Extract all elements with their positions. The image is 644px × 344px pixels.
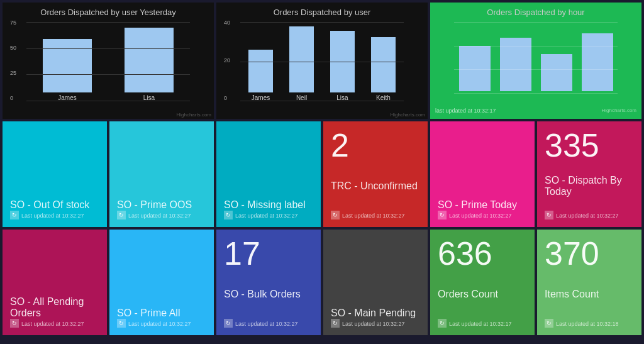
tile-so-all-pending-orders[interactable]: SO - All Pending Orders↻Last updated at … (3, 230, 107, 335)
tile-label: SO - Bulk Orders (224, 289, 313, 300)
bar (500, 38, 531, 91)
tile-number: 636 (438, 237, 527, 270)
tile-trc-unconfirmed[interactable]: 2TRC - Unconfirmed↻Last updated at 10:32… (323, 121, 428, 227)
grid-line (26, 22, 190, 23)
tile-bottom: ↻Last updated at 10:32:27 (438, 211, 527, 219)
tile-so-bulk-orders[interactable]: 17SO - Bulk Orders↻Last updated at 10:32… (216, 230, 321, 335)
bar (459, 46, 491, 91)
tile-label: Orders Count (438, 289, 527, 300)
tile-last-updated: Last updated at 10:32:17 (449, 321, 512, 327)
yaxis-label: 0 (224, 95, 230, 101)
bar (289, 26, 314, 92)
tile-bottom: ↻Last updated at 10:32:27 (10, 211, 99, 219)
yaxis-label: 50 (10, 45, 16, 51)
tile-bottom: ↻Last updated at 10:32:27 (331, 211, 420, 219)
tile-refresh-icon: ↻ (10, 211, 19, 219)
grid-line (454, 93, 618, 94)
tile-refresh-icon: ↻ (438, 211, 447, 219)
tile-last-updated: Last updated at 10:32:27 (556, 213, 619, 219)
tile-refresh-icon: ↻ (224, 211, 233, 219)
tile-bottom: ↻Last updated at 10:32:27 (117, 319, 206, 328)
chart2-yaxis: 02040 (224, 19, 230, 101)
bar (541, 54, 572, 91)
bar-wrapper (536, 54, 577, 91)
chart3-credit: Highcharts.com (601, 108, 636, 113)
tile-bottom: ↻Last updated at 10:32:18 (545, 319, 634, 328)
bar-wrapper: James (240, 50, 281, 101)
bar-wrapper: James (26, 39, 108, 101)
tile-bottom: ↻Last updated at 10:32:27 (117, 211, 206, 219)
top-charts-row: Orders Dispatched by user Yesterday 0255… (3, 3, 641, 119)
tile-number: 17 (224, 237, 313, 270)
bar-label: James (58, 94, 76, 101)
tile-so-prime-today[interactable]: SO - Prime Today↻Last updated at 10:32:2… (430, 121, 535, 227)
tile-so-prime-all[interactable]: SO - Prime All↻Last updated at 10:32:27 (109, 230, 214, 335)
yaxis-label: 25 (10, 70, 16, 76)
tile-number: 335 (545, 129, 634, 162)
tile-refresh-icon: ↻ (331, 211, 340, 219)
tile-so-missing-label[interactable]: SO - Missing label↻Last updated at 10:32… (216, 121, 321, 227)
bar-label: Neil (296, 94, 307, 101)
bar-wrapper: Neil (281, 26, 322, 101)
tile-so-main-pending[interactable]: SO - Main Pending↻Last updated at 10:32:… (323, 230, 428, 335)
tile-refresh-icon: ↻ (545, 319, 553, 328)
tile-refresh-icon: ↻ (331, 319, 340, 328)
tile-refresh-icon: ↻ (224, 319, 233, 328)
chart3-bars (435, 19, 636, 106)
bar (125, 28, 174, 92)
tile-bottom: ↻Last updated at 10:32:27 (331, 319, 420, 328)
bar-label: James (252, 94, 270, 101)
tile-last-updated: Last updated at 10:32:27 (128, 213, 191, 219)
tile-last-updated: Last updated at 10:32:27 (235, 213, 298, 219)
chart1-credit: Highcharts.com (176, 112, 211, 118)
tile-label: SO - Out Of stock (10, 199, 99, 211)
bar (582, 33, 613, 91)
tile-so-out-of-stock[interactable]: SO - Out Of stock↻Last updated at 10:32:… (3, 121, 107, 227)
tile-items-count[interactable]: 370Items Count↻Last updated at 10:32:18 (537, 230, 641, 335)
chart-dispatched-by-hour: Orders Dispatched by hour last updated a… (430, 3, 641, 119)
tile-refresh-icon: ↻ (545, 211, 553, 219)
tile-orders-count[interactable]: 636Orders Count↻Last updated at 10:32:17 (430, 230, 535, 335)
tile-so-prime-oos[interactable]: SO - Prime OOS↻Last updated at 10:32:27 (109, 121, 214, 227)
tile-label: TRC - Unconfirmed (331, 180, 420, 192)
tile-refresh-icon: ↻ (438, 319, 447, 328)
tile-refresh-icon: ↻ (117, 211, 126, 219)
tile-label: SO - All Pending Orders (10, 296, 99, 319)
tile-so-dispatch-by-today[interactable]: 335SO - Dispatch By Today↻Last updated a… (537, 121, 641, 227)
tile-last-updated: Last updated at 10:32:27 (128, 321, 191, 327)
chart1-bars: 0255075 JamesLisa (8, 19, 209, 114)
chart3-last-updated: last updated at 10:32:17 (435, 108, 496, 114)
tile-refresh-icon: ↻ (10, 319, 19, 328)
tile-number: 370 (545, 237, 634, 270)
middle-tiles-row: SO - Out Of stock↻Last updated at 10:32:… (3, 121, 641, 227)
bar-label: Lisa (336, 94, 348, 101)
chart1-yaxis: 0255075 (10, 19, 16, 101)
tile-last-updated: Last updated at 10:32:18 (556, 321, 619, 327)
bar-wrapper (577, 33, 618, 91)
bar-label: Keith (376, 94, 391, 101)
yaxis-label: 75 (10, 19, 16, 26)
grid-line (454, 22, 618, 23)
bar-wrapper (495, 38, 536, 91)
chart2-bars: 02040 JamesNeilLisaKeith (221, 19, 423, 114)
chart-dispatched-by-user: Orders Dispatched by user 02040 JamesNei… (216, 3, 428, 119)
tile-label: SO - Prime All (117, 308, 206, 319)
yaxis-label: 40 (224, 19, 230, 26)
tile-label: SO - Prime Today (438, 199, 527, 211)
bar-wrapper: Keith (363, 37, 404, 101)
tile-bottom: ↻Last updated at 10:32:17 (438, 319, 527, 328)
tile-label: Items Count (545, 289, 634, 300)
bar (248, 50, 273, 92)
bar (330, 31, 355, 92)
tile-last-updated: Last updated at 10:32:27 (21, 321, 84, 327)
bar (43, 39, 92, 92)
chart-dispatched-yesterday: Orders Dispatched by user Yesterday 0255… (3, 3, 214, 119)
chart1-title: Orders Dispatched by user Yesterday (8, 8, 209, 17)
tile-last-updated: Last updated at 10:32:27 (235, 321, 298, 327)
tile-last-updated: Last updated at 10:32:27 (342, 321, 405, 327)
tile-label: SO - Missing label (224, 199, 313, 211)
tile-bottom: ↻Last updated at 10:32:27 (10, 319, 99, 328)
bar-wrapper: Lisa (108, 28, 190, 101)
bar-wrapper: Lisa (322, 31, 363, 101)
tile-last-updated: Last updated at 10:32:27 (342, 213, 405, 219)
